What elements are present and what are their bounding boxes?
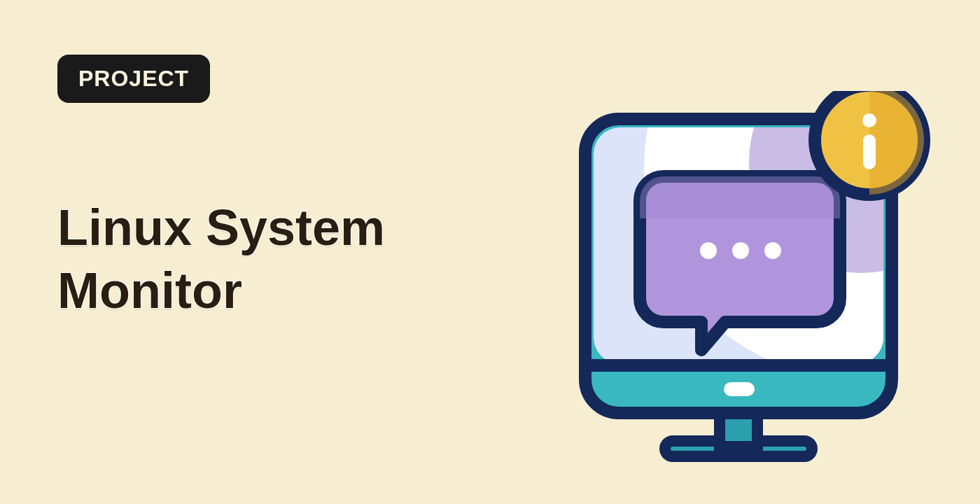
info-badge-icon xyxy=(815,91,924,195)
project-badge: PROJECT xyxy=(57,55,210,103)
monitor-chat-info-illustration xyxy=(553,91,931,469)
svg-point-5 xyxy=(862,113,876,127)
page-title: Linux SystemMonitor xyxy=(57,196,385,322)
illustration xyxy=(553,91,931,469)
chat-dot xyxy=(732,242,749,259)
monitor-home-button xyxy=(724,382,755,396)
project-badge-label: PROJECT xyxy=(78,66,189,91)
chat-bubble-icon xyxy=(640,176,840,350)
chat-dot xyxy=(700,242,717,259)
chat-dot xyxy=(764,242,781,259)
svg-rect-6 xyxy=(863,134,876,169)
